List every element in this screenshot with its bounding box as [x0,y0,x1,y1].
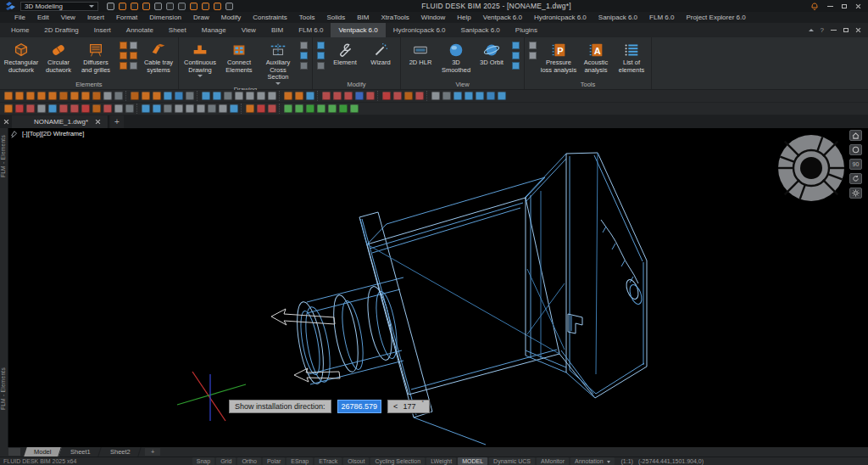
toolbar-icon[interactable] [257,92,265,100]
mini-tool-icon[interactable] [529,42,537,49]
mini-tool-icon[interactable] [120,52,127,59]
mini-tool-icon[interactable] [120,42,127,49]
rotate-90-button[interactable]: 90 [849,159,862,170]
mini-tool-icon[interactable] [512,62,520,70]
toolbar-icon[interactable] [197,91,199,101]
toolbar-icon[interactable] [453,92,462,100]
toolbar-icon[interactable] [306,104,314,113]
toolbar-icon[interactable] [37,92,46,100]
toolbar-icon[interactable] [70,104,79,113]
menu-item[interactable]: Window [415,14,451,21]
toolbar-icon[interactable] [81,92,90,100]
collapse-ribbon-icon[interactable] [809,29,814,31]
toolbar-icon[interactable] [382,92,391,100]
toolbar-icon[interactable] [186,104,194,113]
toolbar-icon[interactable] [268,104,276,113]
menu-item[interactable]: Insert [81,14,110,21]
menu-item[interactable]: Dimension [143,14,187,21]
rectangular-ductwork-button[interactable]: Rectangular ductwork [3,39,40,74]
toolbar-icon[interactable] [295,92,303,100]
menu-item[interactable]: Solids [320,14,351,21]
toolbar-icon[interactable] [103,104,112,113]
auxiliary-cross-section-button[interactable]: Auxiliary Cross Section [259,39,297,85]
settings-gear-button[interactable] [849,188,862,199]
sheet-tab[interactable]: Sheet2 [100,447,141,457]
3d-orbit-button[interactable]: 3D Orbit [475,39,509,67]
panel-close-button[interactable] [0,115,12,128]
minimize-icon[interactable] [827,6,833,7]
toolbar-icon[interactable] [114,92,123,100]
ribbon-tab[interactable]: Home [3,23,36,37]
ribbon-tab[interactable]: Annotate [119,23,161,37]
toolbar-icon[interactable] [175,92,183,100]
lookfrom-wheel[interactable] [774,131,849,209]
mini-tool-icon[interactable] [512,42,520,49]
toolbar-icon[interactable] [246,92,254,100]
toolbar-icon[interactable] [142,92,150,100]
menu-item[interactable]: Constraints [247,14,292,21]
doc-minimize-icon[interactable] [831,30,837,31]
toolbar-icon[interactable] [208,104,216,113]
status-toggle[interactable]: Ortho [237,457,261,465]
toolbar-icon[interactable] [393,92,402,100]
toolbar-icon[interactable] [355,92,364,100]
toolbar-icon[interactable] [213,92,221,100]
new-tab-button[interactable]: + [110,115,124,128]
toolbar-icon[interactable] [498,92,506,100]
toolbar-icon[interactable] [257,104,265,113]
menu-item[interactable]: Ventpack 6.0 [477,14,528,21]
viewport-label[interactable]: [-][Top][2D Wireframe] [22,130,84,137]
distance-input[interactable]: 26786.579 [337,400,382,413]
redo-icon[interactable] [178,3,186,10]
mini-tool-icon[interactable] [130,52,137,59]
ribbon-tab[interactable]: FLM 6.0 [291,23,331,37]
status-toggle[interactable]: Dynamic UCS [489,457,535,465]
toolbar-icon[interactable] [59,104,68,113]
publish-icon[interactable] [154,3,162,10]
rotate-view-button[interactable] [849,173,862,184]
menu-item[interactable]: Help [451,14,476,21]
toolbar-icon[interactable] [476,92,484,100]
toolbar-icon[interactable] [37,104,46,113]
mini-tool-icon[interactable] [512,52,520,59]
menu-item[interactable]: View [55,14,81,21]
status-toggle[interactable]: MODEL [458,457,487,465]
mini-tool-icon[interactable] [300,52,308,59]
toolbar-icon[interactable] [366,92,375,100]
close-icon[interactable] [855,3,861,9]
menu-item[interactable]: Tools [293,14,321,21]
wizard-button[interactable]: Wizard [364,39,398,67]
ribbon-tab[interactable]: Sanipack 6.0 [453,23,508,37]
menu-item[interactable]: Hydronicpack 6.0 [528,14,593,21]
toolbar-icon[interactable] [142,104,150,113]
status-toggle[interactable]: ESnap [287,457,313,465]
help-icon[interactable]: ? [821,26,824,34]
add-sheet-button[interactable]: + [145,448,160,456]
toolbar-icon[interactable] [377,91,380,101]
toolbar-icon[interactable] [15,92,24,100]
toolbar-icon[interactable] [322,92,331,100]
menu-item[interactable]: XtraTools [375,14,415,21]
toolbar-icon[interactable] [284,104,292,113]
toolbar-icon[interactable] [246,104,254,113]
toolbar-icon[interactable] [219,104,227,113]
toolbar-icon[interactable] [164,92,172,100]
sheet-menu-button[interactable] [8,448,20,456]
toolbar-icon[interactable] [426,91,429,101]
doc-close-icon[interactable] [855,27,861,33]
menu-item[interactable]: File [8,14,31,21]
toolbar-icon[interactable] [4,92,13,100]
sheet-tab[interactable]: Sheet1 [61,447,102,457]
toolbar-icon[interactable] [103,92,112,100]
mini-tool-icon[interactable] [300,42,308,49]
cable-tray-systems-button[interactable]: Cable tray systems [142,39,175,74]
status-toggle[interactable]: ETrack [314,457,342,465]
toolbar-icon[interactable] [136,104,139,114]
render-icon[interactable] [214,3,221,10]
toolbar-icon[interactable] [125,104,134,113]
menu-item[interactable]: Modify [215,14,248,21]
toolbar-icon[interactable] [350,104,359,113]
mini-tool-icon[interactable] [529,52,537,59]
status-toggle[interactable]: Polar [263,457,285,465]
document-tab[interactable]: NONAME_1.dwg* [12,115,108,128]
